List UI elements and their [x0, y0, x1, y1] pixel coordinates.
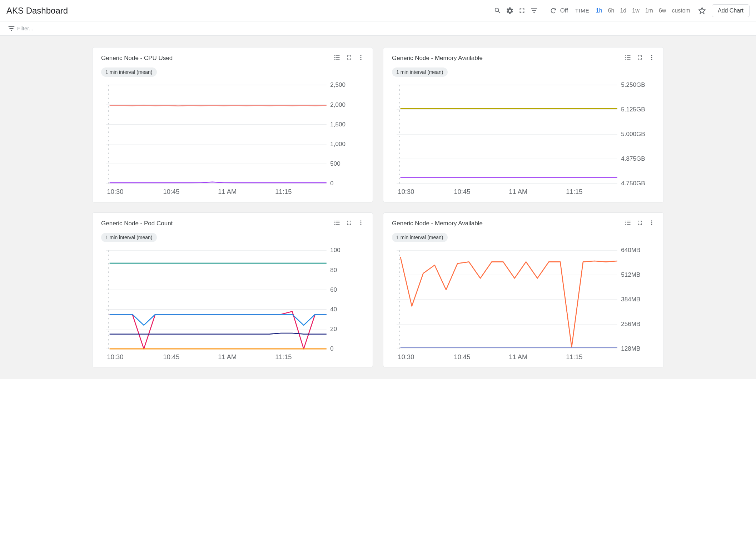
legend-icon[interactable] — [624, 54, 631, 62]
svg-text:10:45: 10:45 — [454, 188, 470, 195]
svg-text:11:15: 11:15 — [275, 353, 292, 361]
svg-text:100: 100 — [330, 247, 340, 254]
svg-point-20 — [651, 55, 652, 56]
chart-plot: 128MB256MB384MB512MB640MB10:3010:4511 AM… — [392, 246, 655, 363]
svg-text:11 AM: 11 AM — [509, 188, 527, 195]
svg-point-22 — [651, 59, 652, 60]
svg-text:11 AM: 11 AM — [509, 353, 527, 361]
page-title: AKS Dashboard — [6, 6, 68, 16]
search-icon[interactable] — [492, 5, 504, 17]
svg-text:10:45: 10:45 — [163, 353, 179, 361]
refresh-icon[interactable] — [547, 5, 559, 17]
chart-card: Generic Node - Memory Available 1 min in… — [383, 212, 664, 368]
chart-plot: 4.750GB4.875GB5.000GB5.125GB5.250GB10:30… — [392, 80, 655, 198]
time-label: TIME — [575, 7, 590, 14]
svg-text:5.250GB: 5.250GB — [621, 81, 645, 88]
svg-text:2,500: 2,500 — [330, 81, 345, 88]
fullscreen-icon[interactable] — [636, 54, 643, 62]
svg-point-38 — [360, 220, 362, 221]
svg-text:1,000: 1,000 — [330, 141, 345, 147]
chart-title: Generic Node - Pod Count — [101, 220, 173, 227]
svg-text:11:15: 11:15 — [275, 188, 292, 195]
filter-input[interactable] — [16, 25, 750, 32]
svg-text:60: 60 — [330, 286, 337, 293]
svg-text:80: 80 — [330, 266, 337, 273]
interval-badge: 1 min interval (mean) — [392, 67, 448, 77]
add-chart-button[interactable]: Add Chart — [712, 4, 750, 17]
filter-icon[interactable] — [528, 5, 540, 17]
star-icon[interactable] — [696, 5, 708, 17]
fullscreen-icon[interactable] — [636, 219, 643, 228]
top-bar: AKS Dashboard Off TIME 1h6h1d1w1m6wcusto… — [0, 0, 756, 21]
more-icon[interactable] — [648, 54, 655, 62]
legend-icon[interactable] — [333, 54, 340, 62]
more-icon[interactable] — [358, 220, 364, 227]
svg-text:500: 500 — [330, 160, 340, 167]
legend-icon[interactable] — [624, 219, 631, 228]
filter-bar — [0, 21, 756, 36]
svg-point-58 — [651, 220, 652, 221]
more-icon[interactable] — [648, 220, 655, 227]
svg-text:10:45: 10:45 — [163, 188, 179, 195]
svg-text:10:30: 10:30 — [107, 353, 123, 361]
svg-text:0: 0 — [330, 180, 334, 187]
svg-point-0 — [360, 55, 362, 56]
time-range-group: TIME 1h6h1d1w1m6wcustom — [573, 7, 693, 14]
interval-badge: 1 min interval (mean) — [101, 233, 157, 242]
interval-badge: 1 min interval (mean) — [392, 233, 448, 242]
svg-text:2,000: 2,000 — [330, 101, 345, 108]
svg-text:0: 0 — [330, 345, 334, 352]
chart-card: Generic Node - Pod Count 1 min interval … — [92, 212, 373, 368]
svg-text:10:30: 10:30 — [107, 188, 123, 195]
svg-text:20: 20 — [330, 326, 337, 332]
gear-icon[interactable] — [504, 5, 516, 17]
chart-title: Generic Node - Memory Available — [392, 55, 483, 62]
svg-text:4.875GB: 4.875GB — [621, 155, 645, 162]
time-option-1m[interactable]: 1m — [642, 6, 656, 15]
svg-text:11:15: 11:15 — [566, 353, 582, 361]
svg-point-1 — [360, 57, 362, 58]
svg-point-2 — [360, 59, 362, 60]
dashboard-board: Generic Node - CPU Used 1 min interval (… — [0, 36, 756, 379]
time-option-1h[interactable]: 1h — [593, 6, 605, 15]
chart-plot: 02040608010010:3010:4511 AM11:15 — [101, 246, 364, 363]
svg-text:11 AM: 11 AM — [218, 353, 237, 361]
fullscreen-icon[interactable] — [345, 219, 353, 228]
svg-text:40: 40 — [330, 306, 337, 313]
svg-point-40 — [360, 224, 362, 225]
refresh-state: Off — [560, 7, 568, 14]
chart-card: Generic Node - CPU Used 1 min interval (… — [92, 47, 373, 202]
svg-text:384MB: 384MB — [621, 296, 640, 303]
time-option-custom[interactable]: custom — [669, 6, 693, 15]
svg-point-39 — [360, 222, 362, 223]
svg-text:512MB: 512MB — [621, 271, 640, 278]
chart-card: Generic Node - Memory Available 1 min in… — [383, 47, 664, 202]
chart-plot: 05001,0001,5002,0002,50010:3010:4511 AM1… — [101, 80, 364, 198]
time-option-1w[interactable]: 1w — [629, 6, 642, 15]
svg-point-59 — [651, 222, 652, 223]
chart-title: Generic Node - CPU Used — [101, 55, 173, 62]
svg-text:10:30: 10:30 — [398, 353, 414, 361]
svg-text:5.000GB: 5.000GB — [621, 131, 645, 137]
svg-text:11 AM: 11 AM — [218, 188, 237, 195]
more-icon[interactable] — [358, 54, 364, 62]
fullscreen-icon[interactable] — [345, 54, 353, 62]
time-option-6w[interactable]: 6w — [656, 6, 669, 15]
interval-badge: 1 min interval (mean) — [101, 67, 157, 77]
svg-text:256MB: 256MB — [621, 321, 640, 327]
svg-text:1,500: 1,500 — [330, 121, 345, 128]
svg-text:5.125GB: 5.125GB — [621, 106, 645, 113]
svg-text:11:15: 11:15 — [566, 188, 582, 195]
svg-text:10:45: 10:45 — [454, 353, 470, 361]
legend-icon[interactable] — [333, 219, 340, 228]
svg-text:10:30: 10:30 — [398, 188, 414, 195]
svg-text:4.750GB: 4.750GB — [621, 180, 645, 187]
filter-list-icon[interactable] — [6, 22, 16, 35]
chart-title: Generic Node - Memory Available — [392, 220, 483, 227]
svg-point-60 — [651, 224, 652, 225]
svg-text:640MB: 640MB — [621, 247, 640, 254]
svg-point-21 — [651, 57, 652, 58]
fullscreen-icon[interactable] — [516, 5, 528, 17]
time-option-1d[interactable]: 1d — [617, 6, 629, 15]
time-option-6h[interactable]: 6h — [605, 6, 617, 15]
